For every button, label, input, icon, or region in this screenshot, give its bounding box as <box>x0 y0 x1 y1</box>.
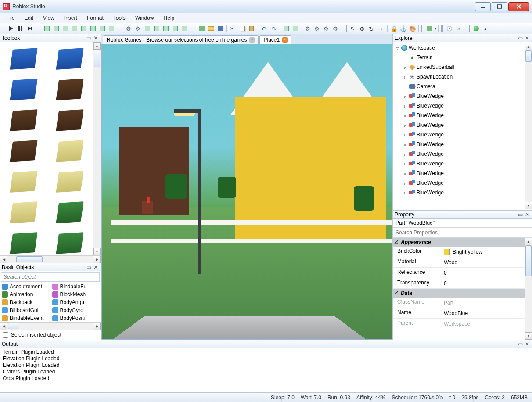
tree-row[interactable]: Terrain <box>393 53 525 62</box>
undock-icon[interactable]: ▭ <box>86 264 92 270</box>
expander-icon[interactable]: ▹ <box>403 181 408 186</box>
objects-hscroll[interactable]: ◀ ▶ <box>0 322 101 330</box>
run-tool[interactable] <box>472 24 481 33</box>
property-group[interactable]: Data <box>393 289 525 298</box>
insert-tool[interactable] <box>425 24 434 33</box>
move-tool[interactable]: ✥ <box>358 24 367 33</box>
surface-tool-7[interactable] <box>98 24 107 33</box>
rotate-tool[interactable]: ↻ <box>367 24 376 33</box>
tree-row[interactable]: ▹LinkedSuperball <box>393 62 525 72</box>
property-row[interactable]: Reflectance0 <box>393 268 525 278</box>
toolbox-item[interactable] <box>49 46 90 72</box>
output-body[interactable]: Terrain Plugin LoadedElevation Plugin Lo… <box>0 348 532 392</box>
scroll-down-icon[interactable]: ▼ <box>525 332 532 340</box>
expander-icon[interactable]: ▹ <box>403 123 408 128</box>
object-item[interactable]: BindableFu <box>50 283 101 291</box>
expander-icon[interactable]: ▹ <box>403 152 408 157</box>
menu-tools[interactable]: Tools <box>109 14 130 22</box>
save-button[interactable] <box>216 24 225 33</box>
scale-tool[interactable]: ↔ <box>377 24 385 33</box>
tree-row[interactable]: ▹BlueWedge <box>393 91 525 101</box>
tree-row[interactable]: ▹BlueWedge <box>393 111 525 120</box>
scroll-thumb[interactable] <box>525 50 532 62</box>
toolbar-grip[interactable] <box>39 25 41 32</box>
scroll-thumb[interactable] <box>525 245 532 276</box>
menu-window[interactable]: Window <box>131 14 158 22</box>
toolbar-grip[interactable] <box>421 25 424 32</box>
test-tool-3[interactable] <box>143 24 152 33</box>
scroll-left-icon[interactable]: ◀ <box>0 256 7 263</box>
tree-row[interactable]: ▹BlueWedge <box>393 120 525 130</box>
select-tool[interactable]: ↖ <box>349 24 358 33</box>
toolbox-scrollbar[interactable]: ▲ ▼ <box>93 42 101 255</box>
paste-button[interactable] <box>247 24 256 33</box>
expander-icon[interactable]: ▹ <box>403 162 408 166</box>
scroll-right-icon[interactable]: ▶ <box>93 256 101 263</box>
tree-row[interactable]: ▿Workspace <box>393 43 525 53</box>
surface-tool-5[interactable] <box>79 24 88 33</box>
close-icon[interactable]: ✕ <box>524 35 530 41</box>
scroll-up-icon[interactable]: ▲ <box>525 43 532 50</box>
tab-close-icon[interactable]: × <box>282 37 288 43</box>
scroll-left-icon[interactable]: ◀ <box>0 323 7 330</box>
property-search-input[interactable] <box>393 228 532 238</box>
toolbox-item[interactable] <box>3 46 44 72</box>
property-row[interactable]: NameWoodBlue <box>393 308 525 319</box>
surface-tool-8[interactable] <box>107 24 116 33</box>
object-item[interactable]: BlockMesh <box>50 291 101 298</box>
toolbar-grip[interactable] <box>441 25 444 32</box>
tab-browse[interactable]: Roblox Games - Browse our selections of … <box>103 35 259 44</box>
property-group[interactable]: Appearance <box>393 238 525 247</box>
toolbox-item[interactable] <box>49 76 90 103</box>
toolbar-grip[interactable] <box>194 25 196 32</box>
ungroup-button[interactable] <box>291 24 300 33</box>
test-tool-6[interactable] <box>171 24 180 33</box>
expander-icon[interactable]: ▹ <box>403 75 408 79</box>
object-item[interactable]: BindableEvent <box>0 314 50 322</box>
expander-icon[interactable]: ▹ <box>403 104 408 108</box>
scroll-right-icon[interactable]: ▶ <box>93 323 101 330</box>
toolbox-item[interactable] <box>49 169 90 195</box>
scroll-down-icon[interactable]: ▼ <box>525 202 532 209</box>
close-icon[interactable]: ✕ <box>93 264 99 270</box>
close-button[interactable] <box>508 2 529 11</box>
menu-file[interactable]: File <box>2 14 19 22</box>
expander-icon[interactable]: ▹ <box>403 171 408 176</box>
misc-tool-3[interactable]: ⚙ <box>322 24 331 33</box>
select-inserted-input[interactable] <box>3 332 8 338</box>
toolbox-item[interactable] <box>49 230 90 255</box>
surface-tool-3[interactable] <box>61 24 70 33</box>
object-search-input[interactable] <box>1 272 100 282</box>
property-row[interactable]: BrickColorBright yellow <box>393 247 525 257</box>
viewport-splitter[interactable] <box>101 156 102 196</box>
tree-row[interactable]: ▹BlueWedge <box>393 149 525 159</box>
open-button[interactable] <box>207 24 216 33</box>
toolbox-item[interactable] <box>3 138 44 164</box>
tree-row[interactable]: ▹BlueWedge <box>393 140 525 149</box>
surface-tool-1[interactable] <box>43 24 51 33</box>
scroll-thumb[interactable] <box>94 50 100 67</box>
anchor-tool[interactable]: ⚓ <box>399 24 407 33</box>
test-tool-7[interactable] <box>180 24 189 33</box>
tree-row[interactable]: ▹BlueWedge <box>393 159 525 169</box>
toolbox-item[interactable] <box>3 230 44 255</box>
expander-icon[interactable]: ▹ <box>403 113 408 118</box>
test-tool-2[interactable]: ⚙ <box>134 24 143 33</box>
expand-tool-2[interactable]: » <box>481 24 490 33</box>
test-tool-4[interactable] <box>152 24 161 33</box>
undock-icon[interactable]: ▭ <box>86 35 92 41</box>
select-inserted-checkbox[interactable]: Select inserted object <box>0 330 101 340</box>
toolbox-item[interactable] <box>3 107 44 133</box>
minimize-button[interactable] <box>475 2 491 11</box>
scroll-down-icon[interactable]: ▼ <box>93 248 101 255</box>
toolbar-grip[interactable] <box>3 25 5 32</box>
expander-icon[interactable]: ▹ <box>403 94 408 99</box>
pause-button[interactable] <box>16 24 25 33</box>
menu-format[interactable]: Format <box>83 14 108 22</box>
tree-row[interactable]: ▹BlueWedge <box>393 101 525 111</box>
object-item[interactable]: BodyPositi <box>50 314 101 322</box>
expander-icon[interactable]: ▹ <box>403 65 408 70</box>
undock-icon[interactable]: ▭ <box>517 212 523 218</box>
explorer-scrollbar[interactable]: ▲ ▼ <box>525 43 532 209</box>
tree-row[interactable]: ▹BlueWedge <box>393 130 525 140</box>
